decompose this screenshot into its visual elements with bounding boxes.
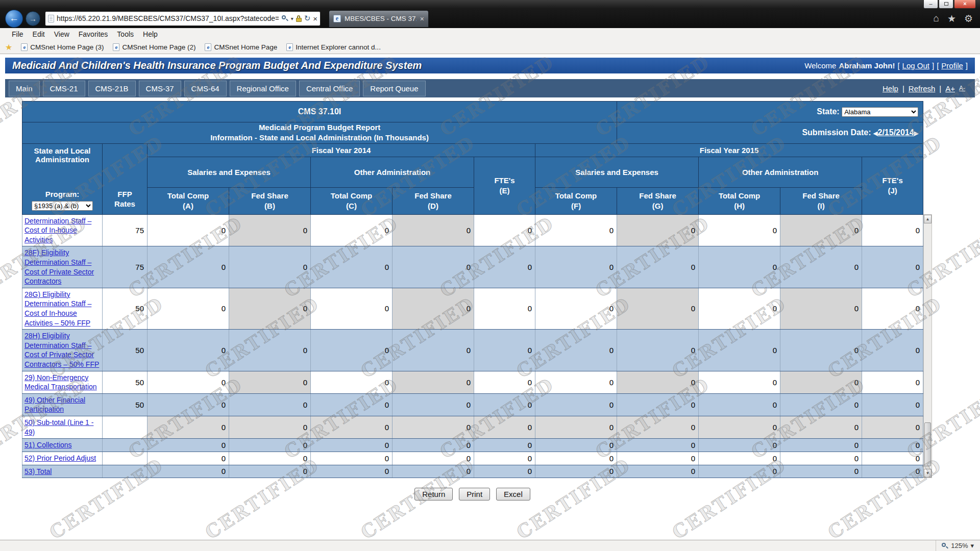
favorite-link-1[interactable]: e CMSnet Home Page (3) (16, 43, 108, 51)
tab-close-icon[interactable]: × (420, 15, 424, 23)
zoom-control[interactable]: 125% ▾ (936, 540, 980, 551)
search-caret-icon[interactable]: ▾ (291, 16, 293, 21)
address-bar[interactable]: https://65.220.21.9/MBESCBES/CMS37/CMS37… (45, 11, 321, 26)
menu-view[interactable]: View (50, 30, 74, 38)
value-cell: 0 (148, 246, 229, 288)
lock-icon (296, 15, 302, 22)
stop-icon[interactable]: × (313, 14, 317, 23)
nav-tab-regional-office[interactable]: Regional Office (230, 81, 296, 96)
nav-tab-cms37[interactable]: CMS-37 (139, 81, 181, 96)
value-cell: 0 (229, 330, 311, 371)
value-cell: 0 (862, 214, 923, 246)
value-cell: 0 (617, 246, 699, 288)
menu-tools[interactable]: Tools (112, 30, 138, 38)
value-cell: 0 (474, 393, 535, 416)
report-table-body: Determination Staff – Cost of In-house A… (22, 214, 923, 478)
row-label-link[interactable]: 52) Prior Period Adjust (24, 454, 96, 462)
row-label-link[interactable]: 28F) Eligibility Determination Staff – C… (24, 248, 94, 285)
ffp-rate-cell: 75 (103, 214, 148, 246)
row-label-link[interactable]: 29) Non-Emergency Medical Transportation (24, 373, 97, 391)
back-button[interactable]: ← (5, 10, 23, 28)
nav-tab-cms21[interactable]: CMS-21 (43, 81, 85, 96)
nav-tab-report-queue[interactable]: Report Queue (363, 81, 425, 96)
refresh-link[interactable]: Refresh (909, 84, 936, 93)
row-label-link[interactable]: 53) Total (24, 467, 52, 475)
main-navigation: Main CMS-21 CMS-21B CMS-37 CMS-64 Region… (5, 79, 975, 97)
row-label-cell: 51) Collections (22, 439, 103, 452)
search-icon[interactable] (281, 15, 288, 22)
favorite-label: CMSnet Home Page (2) (122, 43, 195, 51)
browser-tab[interactable]: e MBES/CBES - CMS 37.10I × (329, 10, 429, 27)
close-button[interactable]: × (954, 0, 976, 9)
program-label: Program: (24, 190, 101, 198)
row-label-link[interactable]: 28G) Eligibility Determination Staff – C… (24, 290, 91, 327)
menu-favorites[interactable]: Favorites (74, 30, 113, 38)
ffp-rate-cell: 50 (103, 330, 148, 371)
value-cell: 0 (617, 371, 699, 393)
row-label-cell: 52) Prior Period Adjust (22, 452, 103, 465)
value-cell: 0 (393, 214, 474, 246)
favorite-link-4[interactable]: e Internet Explorer cannot d... (282, 43, 385, 51)
nav-tab-cms21b[interactable]: CMS-21B (88, 81, 136, 96)
value-cell: 0 (393, 393, 474, 416)
add-favorite-star-icon[interactable]: ★ (5, 42, 12, 52)
state-select[interactable]: Alabama (842, 107, 918, 117)
scroll-down-arrow-icon[interactable]: ▼ (924, 469, 932, 478)
value-cell: 0 (393, 465, 474, 478)
menu-edit[interactable]: Edit (28, 30, 50, 38)
row-label-link[interactable]: 51) Collections (24, 441, 72, 449)
menu-help[interactable]: Help (138, 30, 162, 38)
nav-tab-main[interactable]: Main (9, 81, 40, 96)
maximize-button[interactable] (939, 0, 953, 9)
help-link[interactable]: Help (883, 84, 898, 93)
row-label-link[interactable]: 28H) Eligibility Determination Staff – C… (24, 332, 99, 368)
ffp-rate-cell: 75 (103, 246, 148, 288)
font-decrease-link[interactable]: A- (959, 85, 965, 92)
favorites-star-icon[interactable]: ★ (947, 13, 956, 24)
return-button[interactable]: Return (414, 488, 453, 500)
home-icon[interactable]: ⌂ (933, 13, 939, 24)
value-cell: 0 (474, 416, 535, 439)
zoom-caret-icon[interactable]: ▾ (970, 542, 974, 549)
favorite-link-3[interactable]: e CMSnet Home Page (200, 43, 282, 51)
excel-button[interactable]: Excel (496, 488, 530, 500)
row-label-cell: Determination Staff – Cost of In-house A… (22, 214, 103, 246)
table-row: 28G) Eligibility Determination Staff – C… (22, 288, 923, 329)
col-header-f: Total Comp (F) (535, 187, 617, 214)
print-button[interactable]: Print (459, 488, 490, 500)
minimize-button[interactable]: – (923, 0, 938, 9)
nav-utility-links: Help | Refresh | A+ A- (883, 84, 971, 93)
forward-button[interactable]: → (26, 11, 40, 26)
favorite-link-2[interactable]: e CMSnet Home Page (2) (108, 43, 200, 51)
value-cell: 0 (148, 371, 229, 393)
value-cell: 0 (535, 371, 617, 393)
nav-tab-cms64[interactable]: CMS-64 (184, 81, 227, 96)
value-cell: 0 (229, 465, 311, 478)
url-text[interactable]: https://65.220.21.9/MBESCBES/CMS37/CMS37… (57, 14, 279, 22)
row-label-link[interactable]: 49) Other Financial Participation (24, 396, 85, 414)
menu-file[interactable]: File (7, 30, 28, 38)
profile-link[interactable]: Profile (941, 61, 963, 70)
scrollbar-thumb[interactable] (924, 422, 931, 466)
row-label-cell: 28H) Eligibility Determination Staff – C… (22, 330, 103, 371)
action-buttons: Return Print Excel (22, 488, 923, 500)
value-cell: 0 (311, 416, 393, 439)
submission-date-link[interactable]: 2/15/2014 (877, 128, 914, 137)
font-increase-link[interactable]: A+ (945, 84, 955, 93)
row-label-link[interactable]: Determination Staff – Cost of In-house A… (24, 217, 91, 244)
row-label-cell: 49) Other Financial Participation (22, 393, 103, 416)
logout-link[interactable]: Log Out (902, 61, 929, 70)
nav-tab-central-office[interactable]: Central Office (299, 81, 360, 96)
ffp-rate-cell (103, 452, 148, 465)
value-cell: 0 (535, 452, 617, 465)
refresh-icon[interactable]: ↻ (304, 14, 311, 23)
settings-gear-icon[interactable]: ⚙ (964, 13, 973, 24)
value-cell: 0 (148, 330, 229, 371)
row-label-link[interactable]: 50) Sub-total (Line 1 - 49) (24, 418, 93, 436)
value-cell: 0 (780, 416, 862, 439)
ffp-rate-cell: 50 (103, 288, 148, 329)
program-select[interactable]: §1935 (a) & (b) (32, 201, 93, 211)
scroll-up-arrow-icon[interactable]: ▲ (924, 215, 932, 223)
next-date-arrow-icon[interactable]: ▶ (914, 130, 918, 136)
table-scrollbar[interactable]: ▲ ▼ (923, 214, 932, 478)
